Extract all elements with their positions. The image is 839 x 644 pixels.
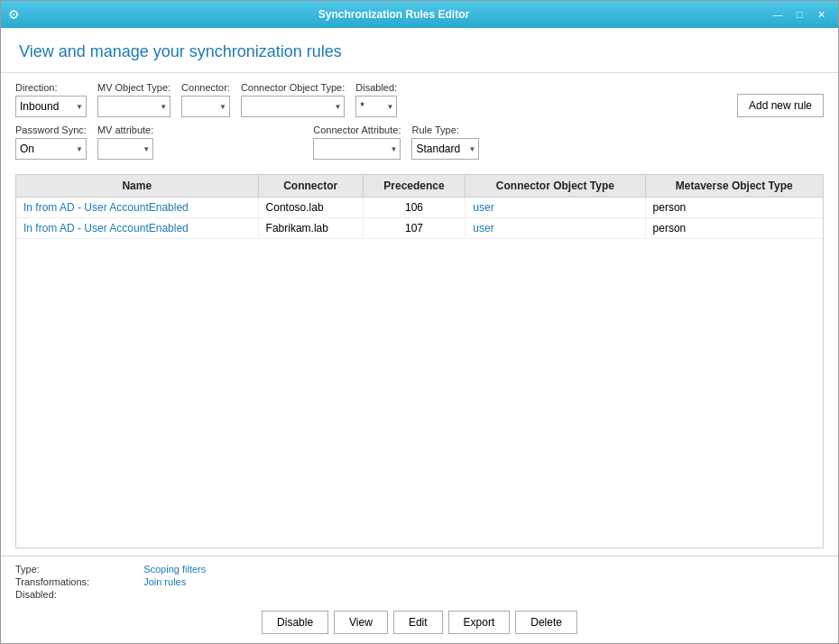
filter-row-1: Direction: Inbound Outbound MV Object Ty…: [15, 82, 824, 117]
mv-attribute-label: MV attribute:: [97, 124, 153, 135]
join-rules-link[interactable]: Join rules: [143, 576, 206, 587]
table-row[interactable]: In from AD - User AccountEnabledContoso.…: [16, 198, 823, 218]
mv-attribute-select-wrapper: [97, 138, 153, 160]
connector-attribute-label: Connector Attribute:: [313, 124, 401, 135]
mv-attribute-select[interactable]: [97, 138, 153, 160]
export-button[interactable]: Export: [448, 611, 511, 634]
direction-label: Direction:: [15, 82, 87, 93]
row-metaverse-object-type: person: [645, 218, 823, 239]
window-title: Synchronization Rules Editor: [20, 8, 768, 21]
minimize-button[interactable]: —: [768, 5, 788, 23]
col-precedence: Precedence: [363, 175, 466, 198]
restore-button[interactable]: □: [789, 5, 809, 23]
connector-attribute-select[interactable]: [313, 138, 401, 160]
row-precedence: 106: [363, 198, 466, 218]
mv-object-type-filter-group: MV Object Type:: [97, 82, 171, 117]
rule-type-select[interactable]: Standard Sticky: [411, 138, 479, 160]
title-bar: ⚙ Synchronization Rules Editor — □ ✕: [1, 1, 838, 28]
direction-select[interactable]: Inbound Outbound: [15, 96, 87, 117]
rule-type-filter-group: Rule Type: Standard Sticky: [411, 124, 479, 160]
password-sync-label: Password Sync:: [15, 124, 87, 135]
table-row[interactable]: In from AD - User AccountEnabledFabrikam…: [16, 218, 823, 239]
scoping-filters-link[interactable]: Scoping filters: [143, 564, 206, 575]
connector-select-wrapper: [181, 96, 230, 117]
type-label: Type:: [15, 564, 89, 575]
row-connector: Fabrikam.lab: [258, 218, 363, 239]
page-title: View and manage your synchronization rul…: [19, 42, 820, 61]
main-window: ⚙ Synchronization Rules Editor — □ ✕ Vie…: [0, 0, 839, 644]
mv-object-type-select-wrapper: [97, 96, 171, 117]
action-buttons: Disable View Edit Export Delete: [15, 611, 824, 634]
col-connector-object-type: Connector Object Type: [466, 175, 645, 198]
password-sync-filter-group: Password Sync: On Off: [15, 124, 87, 160]
row-name[interactable]: In from AD - User AccountEnabled: [16, 218, 258, 239]
row-connector-object-type: user: [466, 218, 645, 239]
row-connector-object-type: user: [466, 198, 645, 218]
app-icon: ⚙: [8, 7, 20, 22]
rules-table: Name Connector Precedence Connector Obje…: [16, 175, 823, 239]
connector-object-type-filter-group: Connector Object Type:: [241, 82, 345, 117]
edit-button[interactable]: Edit: [393, 611, 443, 634]
password-sync-select[interactable]: On Off: [15, 138, 87, 160]
rule-type-label: Rule Type:: [411, 124, 479, 135]
mv-object-type-select[interactable]: [97, 96, 171, 117]
disabled-filter-group: Disabled: * Yes No: [355, 82, 397, 117]
row-name[interactable]: In from AD - User AccountEnabled: [16, 198, 258, 218]
disable-button[interactable]: Disable: [262, 611, 328, 634]
view-button[interactable]: View: [334, 611, 388, 634]
window-controls: — □ ✕: [768, 5, 831, 23]
page-header: View and manage your synchronization rul…: [1, 28, 838, 73]
mv-object-type-label: MV Object Type:: [97, 82, 171, 93]
content-area: View and manage your synchronization rul…: [1, 28, 838, 643]
disabled-label: Disabled:: [355, 82, 397, 93]
filters-area: Direction: Inbound Outbound MV Object Ty…: [1, 73, 838, 174]
disabled-select[interactable]: * Yes No: [355, 96, 397, 117]
connector-attribute-filter-group: Connector Attribute:: [313, 124, 401, 160]
table-header-row: Name Connector Precedence Connector Obje…: [16, 175, 823, 198]
row-metaverse-object-type: person: [645, 198, 823, 218]
password-sync-select-wrapper: On Off: [15, 138, 87, 160]
bottom-panel: Type: Transformations: Disabled: Scoping…: [1, 556, 838, 643]
col-metaverse-object-type: Metaverse Object Type: [645, 175, 823, 198]
connector-filter-group: Connector:: [181, 82, 230, 117]
transformations-label: Transformations:: [15, 576, 89, 587]
connector-select[interactable]: [181, 96, 230, 117]
info-left: Type: Transformations: Disabled:: [15, 564, 89, 600]
col-name: Name: [16, 175, 258, 198]
row-precedence: 107: [363, 218, 466, 239]
add-rule-container: Add new rule: [737, 94, 824, 117]
info-right: Scoping filters Join rules: [143, 564, 206, 600]
connector-label: Connector:: [181, 82, 230, 93]
connector-object-type-label: Connector Object Type:: [241, 82, 345, 93]
filter-row-2: Password Sync: On Off MV attribute:: [15, 124, 824, 160]
disabled-select-wrapper: * Yes No: [355, 96, 397, 117]
direction-select-wrapper: Inbound Outbound: [15, 96, 87, 117]
disabled-info-label: Disabled:: [15, 589, 89, 600]
mv-attribute-filter-group: MV attribute:: [97, 124, 153, 160]
bottom-info: Type: Transformations: Disabled: Scoping…: [15, 564, 824, 600]
delete-button[interactable]: Delete: [515, 611, 577, 634]
add-new-rule-button[interactable]: Add new rule: [737, 94, 824, 117]
table-area: Name Connector Precedence Connector Obje…: [15, 174, 824, 548]
row-connector: Contoso.lab: [258, 198, 363, 218]
connector-object-type-select-wrapper: [241, 96, 345, 117]
rule-type-select-wrapper: Standard Sticky: [411, 138, 479, 160]
col-connector: Connector: [258, 175, 363, 198]
direction-filter-group: Direction: Inbound Outbound: [15, 82, 87, 117]
close-button[interactable]: ✕: [811, 5, 831, 23]
connector-object-type-select[interactable]: [241, 96, 345, 117]
connector-attribute-select-wrapper: [313, 138, 401, 160]
